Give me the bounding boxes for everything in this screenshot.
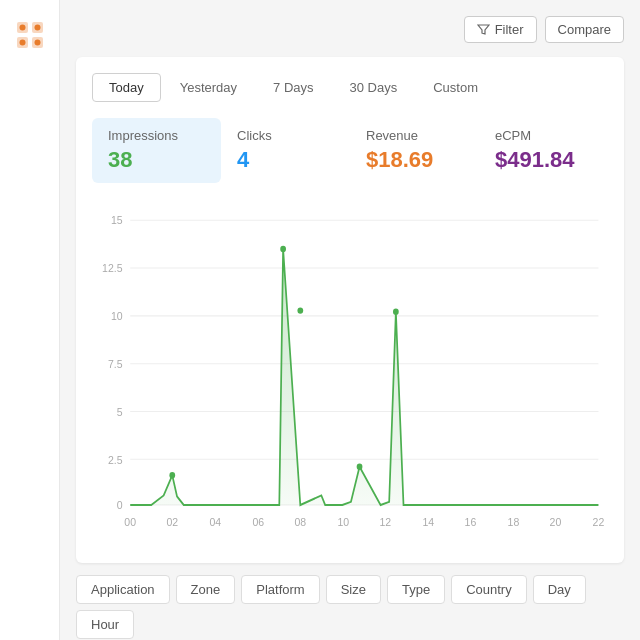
chart-area — [130, 249, 598, 505]
datapoint — [393, 308, 399, 314]
impressions-label: Impressions — [108, 128, 205, 143]
sidebar-logo — [15, 20, 45, 54]
metric-ecpm: eCPM $491.84 — [479, 118, 608, 183]
metric-clicks: Clicks 4 — [221, 118, 350, 183]
svg-point-5 — [34, 25, 40, 31]
metric-impressions: Impressions 38 — [92, 118, 221, 183]
tab-7days[interactable]: 7 Days — [256, 73, 330, 102]
tab-30days[interactable]: 30 Days — [333, 73, 415, 102]
chart-svg: 15 12.5 10 7.5 5 2.5 0 — [92, 199, 608, 539]
svg-text:00: 00 — [124, 516, 136, 529]
svg-point-6 — [19, 40, 25, 46]
clicks-value: 4 — [237, 147, 334, 173]
ecpm-value: $491.84 — [495, 147, 592, 173]
revenue-label: Revenue — [366, 128, 463, 143]
svg-text:14: 14 — [423, 516, 435, 529]
metric-revenue: Revenue $18.69 — [350, 118, 479, 183]
filter-tab-size[interactable]: Size — [326, 575, 381, 604]
tab-yesterday[interactable]: Yesterday — [163, 73, 254, 102]
datapoint — [169, 472, 175, 478]
svg-text:02: 02 — [166, 516, 178, 529]
top-bar: Filter Compare — [76, 16, 624, 43]
filter-tab-country[interactable]: Country — [451, 575, 527, 604]
svg-text:5: 5 — [117, 405, 123, 418]
datapoint — [280, 246, 286, 252]
svg-text:20: 20 — [550, 516, 562, 529]
date-tabs: Today Yesterday 7 Days 30 Days Custom — [92, 73, 608, 102]
tab-today[interactable]: Today — [92, 73, 161, 102]
filter-tab-day[interactable]: Day — [533, 575, 586, 604]
analytics-card: Today Yesterday 7 Days 30 Days Custom Im… — [76, 57, 624, 563]
main-content: Filter Compare Today Yesterday 7 Days 30… — [60, 0, 640, 640]
svg-text:10: 10 — [111, 310, 123, 323]
svg-text:08: 08 — [294, 516, 306, 529]
svg-text:22: 22 — [593, 516, 605, 529]
svg-text:0: 0 — [117, 499, 123, 512]
svg-text:15: 15 — [111, 214, 123, 227]
revenue-value: $18.69 — [366, 147, 463, 173]
chart-container: 15 12.5 10 7.5 5 2.5 0 — [92, 199, 608, 539]
svg-text:2.5: 2.5 — [108, 453, 123, 466]
svg-text:12.5: 12.5 — [102, 262, 122, 275]
datapoint — [357, 464, 363, 470]
filter-button[interactable]: Filter — [464, 16, 537, 43]
datapoint — [297, 307, 303, 313]
filter-tab-hour[interactable]: Hour — [76, 610, 134, 639]
chart-line — [130, 249, 598, 505]
impressions-value: 38 — [108, 147, 205, 173]
compare-label: Compare — [558, 22, 611, 37]
ecpm-label: eCPM — [495, 128, 592, 143]
filter-tab-type[interactable]: Type — [387, 575, 445, 604]
svg-text:04: 04 — [209, 516, 221, 529]
svg-text:18: 18 — [508, 516, 520, 529]
svg-text:10: 10 — [337, 516, 349, 529]
sidebar — [0, 0, 60, 640]
svg-text:7.5: 7.5 — [108, 357, 123, 370]
tab-custom[interactable]: Custom — [416, 73, 495, 102]
svg-text:06: 06 — [252, 516, 264, 529]
clicks-label: Clicks — [237, 128, 334, 143]
filter-tab-platform[interactable]: Platform — [241, 575, 319, 604]
svg-text:12: 12 — [380, 516, 392, 529]
svg-text:16: 16 — [465, 516, 477, 529]
filter-icon — [477, 24, 490, 36]
filter-label: Filter — [495, 22, 524, 37]
compare-button[interactable]: Compare — [545, 16, 624, 43]
svg-point-7 — [34, 40, 40, 46]
filter-tab-application[interactable]: Application — [76, 575, 170, 604]
filter-tab-zone[interactable]: Zone — [176, 575, 236, 604]
metrics-row: Impressions 38 Clicks 4 Revenue $18.69 e… — [92, 118, 608, 183]
filter-tabs: Application Zone Platform Size Type Coun… — [76, 575, 624, 639]
svg-point-4 — [19, 25, 25, 31]
